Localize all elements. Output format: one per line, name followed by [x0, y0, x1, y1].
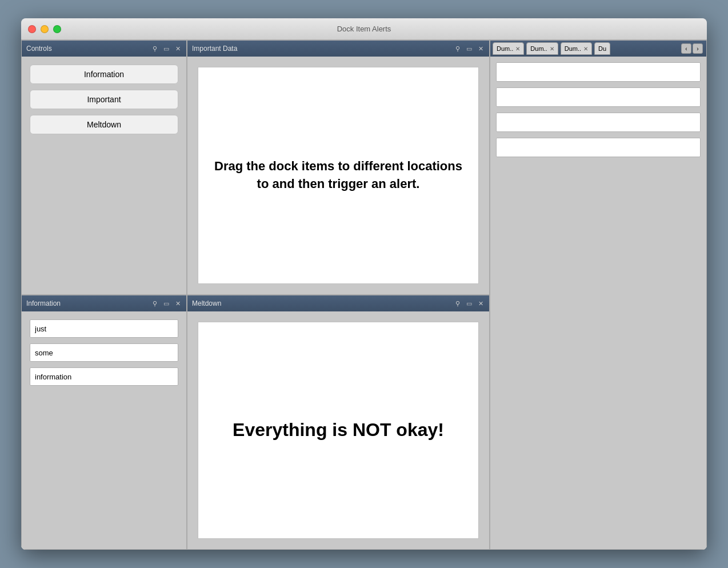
tab-nav-back[interactable]: ‹ — [681, 43, 691, 54]
tab-input-3[interactable] — [496, 138, 701, 157]
meltdown-panel-icons: ⚲ ▭ ✕ — [454, 299, 485, 307]
rect-icon[interactable]: ▭ — [465, 45, 473, 53]
tab-0-close[interactable]: ✕ — [515, 46, 520, 52]
tab-1-close[interactable]: ✕ — [550, 46, 554, 52]
important-panel-title: Important Data — [192, 45, 237, 53]
controls-panel-content: Information Important Meltdown — [22, 57, 186, 294]
close-icon[interactable]: ✕ — [174, 299, 182, 307]
rect-icon[interactable]: ▭ — [162, 299, 170, 307]
tab-bar: Dum.. ✕ Dum.. ✕ Dum.. ✕ Du ‹ › — [490, 41, 706, 57]
rect-icon[interactable]: ▭ — [465, 299, 473, 307]
window-title: Dock Item Alerts — [337, 25, 391, 33]
info-field-2[interactable] — [30, 367, 178, 386]
tab-2[interactable]: Dum.. ✕ — [561, 42, 592, 55]
minimize-button[interactable] — [41, 25, 49, 33]
meltdown-panel-content: Everything is NOT okay! — [187, 311, 489, 549]
controls-panel-header: Controls ⚲ ▭ ✕ — [22, 41, 186, 57]
maximize-button[interactable] — [53, 25, 61, 33]
information-button[interactable]: Information — [30, 65, 178, 84]
important-message: Drag the dock items to different locatio… — [210, 158, 467, 193]
important-panel-icons: ⚲ ▭ ✕ — [454, 45, 485, 53]
tab-3-label: Du — [598, 45, 606, 52]
information-panel: Information ⚲ ▭ ✕ — [21, 295, 187, 550]
close-button[interactable] — [28, 25, 36, 33]
information-panel-title: Information — [26, 299, 61, 307]
meltdown-panel-title: Meltdown — [192, 299, 221, 307]
info-field-1[interactable] — [30, 343, 178, 362]
tabbed-body — [490, 57, 706, 549]
info-field-0[interactable] — [30, 319, 178, 338]
important-button[interactable]: Important — [30, 90, 178, 109]
meltdown-panel-header: Meltdown ⚲ ▭ ✕ — [187, 295, 489, 311]
tab-nav: ‹ › — [681, 43, 705, 54]
title-bar: Dock Item Alerts — [21, 18, 707, 40]
tab-3[interactable]: Du — [594, 42, 610, 55]
tab-input-1[interactable] — [496, 87, 701, 107]
window-body: Controls ⚲ ▭ ✕ Information Important Mel… — [21, 40, 707, 550]
main-window: Dock Item Alerts Controls ⚲ ▭ ✕ Informat… — [21, 18, 707, 550]
tab-0-label: Dum.. — [497, 45, 513, 52]
meltdown-button[interactable]: Meltdown — [30, 115, 178, 134]
pin-icon[interactable]: ⚲ — [151, 299, 159, 307]
meltdown-message: Everything is NOT okay! — [233, 418, 444, 442]
meltdown-panel: Meltdown ⚲ ▭ ✕ Everything is NOT okay! — [187, 295, 490, 550]
tab-1-label: Dum.. — [530, 45, 547, 52]
tab-2-label: Dum.. — [565, 45, 581, 52]
important-message-box: Drag the dock items to different locatio… — [198, 67, 479, 284]
tab-0[interactable]: Dum.. ✕ — [493, 42, 524, 55]
window-controls — [28, 25, 61, 33]
tabbed-panel: Dum.. ✕ Dum.. ✕ Dum.. ✕ Du ‹ › — [490, 40, 707, 550]
controls-panel-title: Controls — [26, 45, 52, 53]
tab-2-close[interactable]: ✕ — [583, 46, 588, 52]
important-panel-content: Drag the dock items to different locatio… — [187, 57, 489, 294]
close-icon[interactable]: ✕ — [477, 299, 485, 307]
rect-icon[interactable]: ▭ — [162, 45, 170, 53]
controls-panel: Controls ⚲ ▭ ✕ Information Important Mel… — [21, 40, 187, 295]
close-icon[interactable]: ✕ — [477, 45, 485, 53]
important-panel-header: Important Data ⚲ ▭ ✕ — [187, 41, 489, 57]
pin-icon[interactable]: ⚲ — [151, 45, 159, 53]
information-panel-content — [22, 311, 186, 549]
information-panel-icons: ⚲ ▭ ✕ — [151, 299, 182, 307]
tab-input-0[interactable] — [496, 62, 701, 82]
information-panel-header: Information ⚲ ▭ ✕ — [22, 295, 186, 311]
important-panel: Important Data ⚲ ▭ ✕ Drag the dock items… — [187, 40, 490, 295]
meltdown-message-box: Everything is NOT okay! — [198, 322, 479, 539]
close-icon[interactable]: ✕ — [174, 45, 182, 53]
tab-nav-forward[interactable]: › — [693, 43, 703, 54]
controls-panel-icons: ⚲ ▭ ✕ — [151, 45, 182, 53]
pin-icon[interactable]: ⚲ — [454, 299, 462, 307]
tab-1[interactable]: Dum.. ✕ — [526, 42, 558, 55]
pin-icon[interactable]: ⚲ — [454, 45, 462, 53]
tab-input-2[interactable] — [496, 113, 701, 132]
